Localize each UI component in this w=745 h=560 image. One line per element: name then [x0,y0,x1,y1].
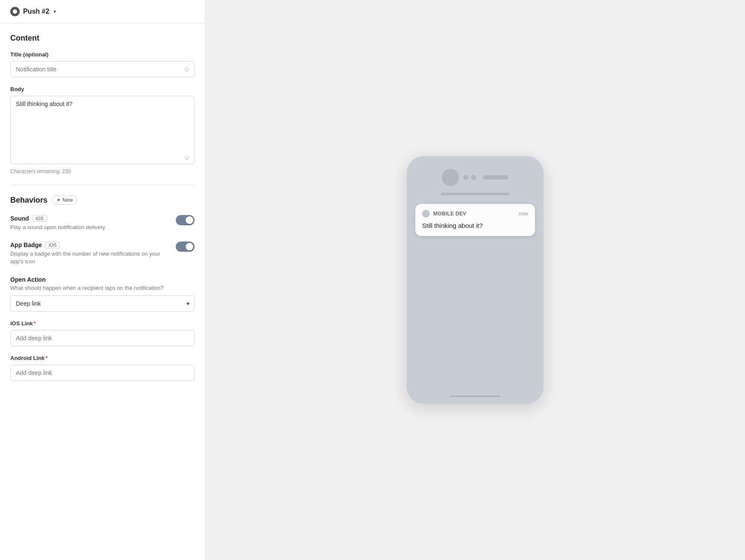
sensor-dot-2 [471,175,476,180]
phone-home-indicator [449,395,501,397]
notification-app-info: MOBILE DEV [422,210,467,218]
ios-link-field-group: iOS Link* [10,320,195,346]
app-badge-behavior-info: App Badge iOS Display a badge with the n… [10,242,176,265]
body-emoji-button[interactable]: ☺ [183,154,190,162]
sound-description: Play a sound upon notification delivery [10,224,167,231]
app-badge-description: Display a badge with the number of new n… [10,250,167,265]
open-action-select[interactable]: Deep link Open app Open URL [10,295,195,312]
char-remaining: Characters remaining: 230 [10,168,195,174]
android-link-required: * [45,355,47,361]
notification-app-name: MOBILE DEV [433,211,467,217]
sound-label: Sound iOS [10,215,167,222]
camera-icon [442,169,459,186]
notification-card: MOBILE DEV now Still thinking about it? [415,204,535,236]
panel-content: Content Title (optional) ☺ Body Still th… [0,24,205,400]
ios-link-input[interactable] [10,330,195,346]
left-panel: Push #2 ▾ Content Title (optional) ☺ Bod… [0,0,205,560]
sensor-group [463,175,476,180]
phone-sensors [442,169,508,186]
app-badge-toggle-slider [176,242,195,252]
app-badge-label: App Badge iOS [10,242,167,248]
sound-toggle-slider [176,215,195,225]
push-icon [10,7,20,16]
preview-panel: MOBILE DEV now Still thinking about it? [205,0,745,560]
sound-behavior-row: Sound iOS Play a sound upon notification… [10,215,195,231]
android-link-label: Android Link* [10,355,195,361]
sparkle-icon: ✦ [56,197,61,203]
open-action-description: What should happen when a recipient taps… [10,285,195,291]
new-badge: ✦ New [52,195,77,205]
notification-app-icon [422,210,430,218]
title-input[interactable] [10,61,195,77]
speaker-icon [483,175,508,180]
ios-link-input-wrapper [10,330,195,346]
title-label: Title (optional) [10,51,195,58]
open-action-title: Open Action [10,276,195,283]
chevron-down-icon[interactable]: ▾ [53,9,56,15]
behaviors-header: Behaviors ✦ New [10,195,195,205]
panel-title: Push #2 [23,8,49,15]
sensor-dot-1 [463,175,468,180]
sound-toggle[interactable] [176,215,195,225]
title-input-wrapper: ☺ [10,61,195,77]
content-section-title: Content [10,34,195,43]
body-textarea[interactable]: Still thinking about it? [10,96,195,164]
body-field-group: Body Still thinking about it? ☺ Characte… [10,86,195,174]
android-link-input-wrapper [10,365,195,381]
app-badge-behavior-row: App Badge iOS Display a badge with the n… [10,242,195,265]
body-textarea-wrapper: Still thinking about it? ☺ [10,96,195,166]
body-label: Body [10,86,195,92]
notification-header: MOBILE DEV now [422,210,528,218]
ios-link-label: iOS Link* [10,320,195,327]
android-link-input[interactable] [10,365,195,381]
title-emoji-button[interactable]: ☺ [183,65,190,73]
app-badge-toggle[interactable] [176,242,195,252]
notification-time: now [519,211,528,217]
notification-body: Still thinking about it? [422,221,528,230]
sound-platform-badge: iOS [33,215,47,222]
sound-behavior-info: Sound iOS Play a sound upon notification… [10,215,176,231]
panel-header: Push #2 ▾ [0,0,205,24]
android-link-field-group: Android Link* [10,355,195,381]
app-badge-platform-badge: iOS [45,242,60,248]
status-bar [441,193,509,195]
phone-mockup: MOBILE DEV now Still thinking about it? [407,156,544,404]
behaviors-title: Behaviors [10,196,47,205]
open-action-select-wrapper: Deep link Open app Open URL ▾ [10,295,195,312]
ios-link-required: * [34,320,36,327]
section-divider [10,185,195,185]
title-field-group: Title (optional) ☺ [10,51,195,77]
open-action-section: Open Action What should happen when a re… [10,276,195,312]
